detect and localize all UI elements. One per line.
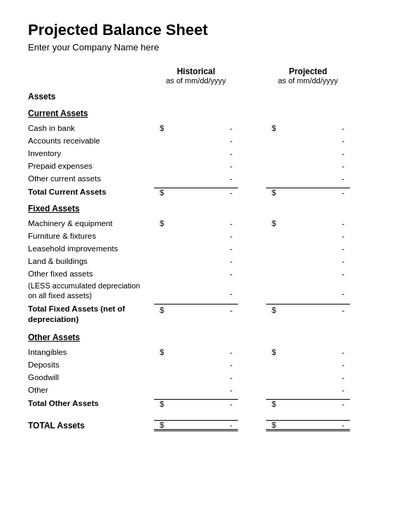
row-goodwill: Goodwill - - <box>28 372 392 383</box>
proj-col: $ - <box>266 124 350 132</box>
dash: - <box>342 136 344 145</box>
dollar-sign: $ <box>160 306 164 314</box>
dollar-sign: $ <box>272 348 276 356</box>
total-label: Total Current Assets <box>28 187 154 197</box>
dollar-sign: $ <box>160 219 164 227</box>
dash: - <box>342 149 344 158</box>
dash: - <box>230 257 232 265</box>
row-cash-in-bank: Cash in bank $ - $ - <box>28 122 392 134</box>
dollar-sign: $ <box>272 188 276 197</box>
dash: - <box>230 386 232 394</box>
hist-col: - <box>154 373 238 382</box>
proj-col: - <box>266 232 350 240</box>
proj-col: - <box>266 373 350 382</box>
dash: - <box>230 373 232 382</box>
total-fixed-assets-row: Total Fixed Assets (net ofdepreciation) … <box>28 304 392 325</box>
dash: - <box>342 348 344 356</box>
dash: - <box>342 373 344 382</box>
dash: - <box>342 400 344 408</box>
proj-total-col: $ - <box>266 399 350 408</box>
total-other-assets-row: Total Other Assets $ - $ - <box>28 397 392 410</box>
dash: - <box>342 188 344 197</box>
dash: - <box>342 289 344 298</box>
dash: - <box>230 400 232 408</box>
dollar-sign: $ <box>272 219 276 227</box>
row-label: (LESS accumulated depreciationon all fix… <box>28 281 154 301</box>
dollar-sign: $ <box>160 188 164 197</box>
dash: - <box>230 306 232 314</box>
dash: - <box>342 244 344 253</box>
other-assets-section: Other Assets Intangibles $ - $ - Deposit… <box>28 332 392 410</box>
dash: - <box>342 270 344 278</box>
dash: - <box>230 174 232 183</box>
row-machinery: Machinery & equipment $ - $ - <box>28 218 392 229</box>
row-label: Prepaid expenses <box>28 161 154 172</box>
dash: - <box>342 162 344 170</box>
dash: - <box>230 162 232 170</box>
dash: - <box>230 124 232 132</box>
row-land: Land & buildings - - <box>28 255 392 267</box>
dollar-sign: $ <box>272 306 276 314</box>
hist-total-col: $ - <box>154 188 238 197</box>
hist-col: $ - <box>154 219 238 227</box>
row-less-depreciation: (LESS accumulated depreciationon all fix… <box>28 281 392 301</box>
dash: - <box>230 289 232 298</box>
row-label: Deposits <box>28 360 154 370</box>
hist-col: - <box>154 360 238 369</box>
proj-total-col: $ - <box>266 188 350 197</box>
total-label: Total Other Assets <box>28 398 154 409</box>
dollar-sign: $ <box>160 124 164 132</box>
assets-label: Assets <box>28 92 392 102</box>
proj-col: - <box>266 386 350 394</box>
row-other-current-assets: Other current assets - - <box>28 173 392 184</box>
proj-total-col: $ - <box>266 304 350 314</box>
dash: - <box>230 136 232 145</box>
dollar-sign: $ <box>272 400 276 408</box>
dash: - <box>342 219 344 227</box>
proj-total-assets-col: $ - <box>266 420 350 431</box>
proj-col: - <box>266 136 350 145</box>
row-leasehold: Leasehold improvements - - <box>28 243 392 254</box>
proj-col: $ - <box>266 219 350 227</box>
dash: - <box>230 149 232 158</box>
row-label: Intangibles <box>28 347 154 358</box>
hist-col: - <box>154 174 238 183</box>
row-label: Inventory <box>28 148 154 159</box>
dash: - <box>342 124 344 132</box>
dash: - <box>230 360 232 369</box>
hist-col: $ - <box>154 348 238 356</box>
hist-col: $ - <box>154 124 238 132</box>
total-label: Total Fixed Assets (net ofdepreciation) <box>28 304 154 325</box>
row-label: Accounts receivable <box>28 136 154 146</box>
dash: - <box>342 360 344 369</box>
row-label: Goodwill <box>28 372 154 383</box>
row-label: Other fixed assets <box>28 269 154 279</box>
row-label: Land & buildings <box>28 256 154 267</box>
proj-col: - <box>266 162 350 170</box>
hist-col: - <box>154 162 238 170</box>
dash: - <box>342 306 344 314</box>
dash: - <box>230 219 232 227</box>
dash: - <box>230 188 232 197</box>
row-label: Cash in bank <box>28 123 154 134</box>
proj-col: - <box>266 281 350 298</box>
hist-total-col: $ - <box>154 399 238 408</box>
dash: - <box>230 244 232 253</box>
row-deposits: Deposits - - <box>28 359 392 370</box>
hist-col: - <box>154 270 238 278</box>
other-assets-heading: Other Assets <box>28 332 392 342</box>
row-furniture: Furniture & fixtures - - <box>28 230 392 241</box>
hist-col: - <box>154 149 238 158</box>
dollar-sign: $ <box>160 348 164 356</box>
total-assets-label: TOTAL Assets <box>28 421 154 432</box>
row-other: Other - - <box>28 384 392 396</box>
dollar-sign: $ <box>160 400 164 408</box>
dash: - <box>342 174 344 183</box>
total-assets-row: TOTAL Assets $ - $ - <box>28 419 392 432</box>
row-prepaid-expenses: Prepaid expenses - - <box>28 160 392 172</box>
dollar-sign: $ <box>272 421 276 429</box>
total-current-assets-row: Total Current Assets $ - $ - <box>28 186 392 198</box>
row-label: Furniture & fixtures <box>28 231 154 241</box>
dollar-sign: $ <box>160 421 164 429</box>
fixed-assets-heading: Fixed Assets <box>28 204 392 214</box>
